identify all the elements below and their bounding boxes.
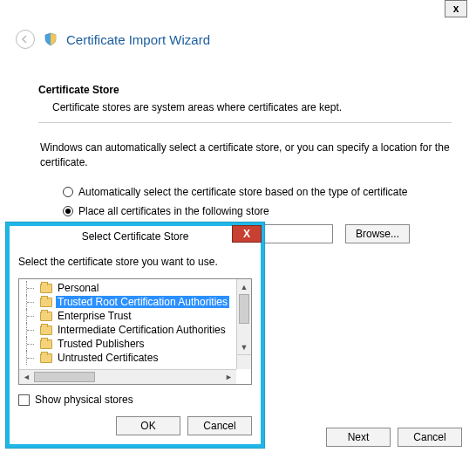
section-subtext: Certificate stores are system areas wher… bbox=[52, 101, 452, 113]
tree-item[interactable]: Trusted Root Certification Authorities bbox=[23, 295, 236, 309]
folder-icon bbox=[40, 339, 52, 349]
tree-connector-icon bbox=[26, 281, 37, 295]
tree-connector-icon bbox=[26, 309, 37, 323]
tree-item-label: Enterprise Trust bbox=[56, 310, 133, 322]
folder-icon bbox=[40, 325, 52, 335]
radio-place-label: Place all certificates in the following … bbox=[78, 205, 269, 217]
tree-item-label: Intermediate Certification Authorities bbox=[56, 324, 228, 336]
tree-item[interactable]: Enterprise Trust bbox=[23, 309, 236, 323]
scroll-down-icon[interactable]: ▼ bbox=[237, 339, 251, 354]
section-heading: Certificate Store bbox=[38, 84, 452, 96]
tree-item[interactable]: Trusted Publishers bbox=[23, 337, 236, 351]
wizard-title: Certificate Import Wizard bbox=[66, 32, 210, 47]
dialog-close-button[interactable]: X bbox=[232, 225, 262, 243]
radio-icon bbox=[63, 187, 73, 197]
show-physical-label: Show physical stores bbox=[35, 394, 133, 406]
tree-connector-icon bbox=[26, 351, 37, 365]
dialog-title: Select Certificate Store bbox=[10, 226, 261, 247]
tree-connector-icon bbox=[26, 323, 37, 337]
horizontal-scrollbar[interactable]: ◄ ► bbox=[19, 369, 236, 384]
ok-button[interactable]: OK bbox=[116, 416, 180, 435]
body-text: Windows can automatically select a certi… bbox=[40, 140, 452, 170]
folder-icon bbox=[40, 284, 52, 293]
scroll-corner bbox=[236, 354, 251, 369]
vertical-scrollbar[interactable]: ▲ ▼ bbox=[236, 279, 251, 354]
cancel-button[interactable]: Cancel bbox=[398, 428, 462, 447]
tree-item-label: Personal bbox=[56, 282, 100, 294]
shield-icon bbox=[44, 32, 58, 46]
show-physical-checkbox[interactable]: Show physical stores bbox=[18, 394, 252, 406]
select-store-dialog: Select Certificate Store X Select the ce… bbox=[5, 222, 265, 449]
tree-connector-icon bbox=[26, 295, 37, 309]
radio-auto-select[interactable]: Automatically select the certificate sto… bbox=[63, 186, 452, 198]
radio-icon bbox=[63, 206, 73, 216]
back-button[interactable] bbox=[16, 30, 35, 49]
arrow-left-icon bbox=[20, 34, 31, 45]
checkbox-icon bbox=[18, 394, 30, 406]
dialog-instructions: Select the certificate store you want to… bbox=[18, 256, 252, 268]
dialog-cancel-button[interactable]: Cancel bbox=[187, 416, 252, 435]
scroll-left-icon[interactable]: ◄ bbox=[19, 370, 34, 384]
scroll-right-icon[interactable]: ► bbox=[221, 370, 236, 384]
tree-item[interactable]: Untrusted Certificates bbox=[23, 351, 236, 365]
dialog-titlebar[interactable]: Select Certificate Store X bbox=[6, 223, 264, 247]
folder-icon bbox=[40, 298, 52, 307]
folder-icon bbox=[40, 312, 52, 321]
scroll-thumb[interactable] bbox=[34, 372, 95, 382]
separator bbox=[38, 122, 452, 123]
tree-item[interactable]: Personal bbox=[23, 281, 236, 295]
tree-connector-icon bbox=[26, 337, 37, 351]
tree-item-label: Trusted Root Certification Authorities bbox=[56, 296, 229, 308]
store-tree[interactable]: PersonalTrusted Root Certification Autho… bbox=[18, 278, 252, 385]
tree-item-label: Trusted Publishers bbox=[56, 338, 146, 350]
next-button[interactable]: Next bbox=[326, 428, 391, 447]
window-close-button[interactable]: x bbox=[445, 0, 467, 17]
browse-button[interactable]: Browse... bbox=[345, 224, 410, 243]
radio-auto-label: Automatically select the certificate sto… bbox=[78, 186, 408, 198]
folder-icon bbox=[40, 353, 52, 363]
radio-place-store[interactable]: Place all certificates in the following … bbox=[63, 205, 452, 217]
scroll-thumb[interactable] bbox=[239, 294, 249, 324]
tree-item[interactable]: Intermediate Certification Authorities bbox=[23, 323, 236, 337]
tree-item-label: Untrusted Certificates bbox=[56, 352, 160, 364]
scroll-up-icon[interactable]: ▲ bbox=[237, 279, 251, 294]
